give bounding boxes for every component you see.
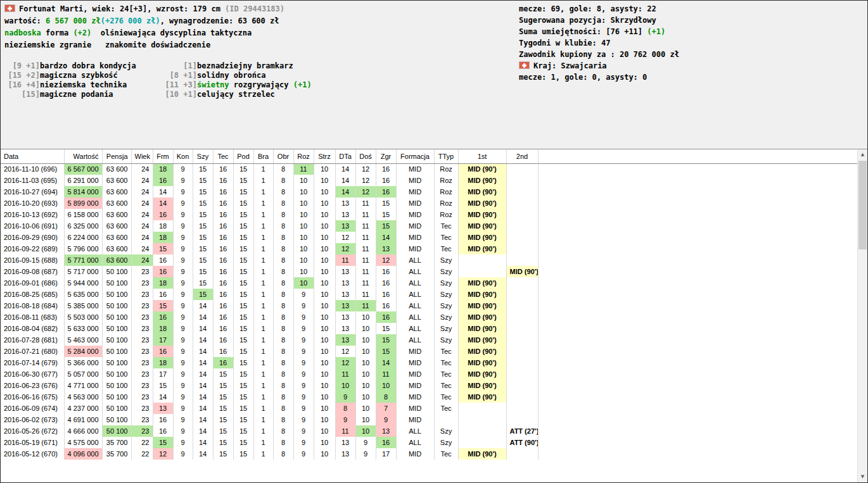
- cell-obr: 8: [273, 186, 293, 198]
- text-segment: (+1): [647, 27, 665, 36]
- cell-wiek: 23: [131, 391, 153, 403]
- cell-wiek: 23: [131, 357, 153, 368]
- cell-pod: 15: [233, 277, 253, 289]
- cell-1st: MID (90'): [458, 220, 506, 232]
- skill-level-value: [9 +1]: [4, 61, 40, 71]
- cell-tec: 15: [213, 391, 233, 403]
- cell-wiek: 22: [131, 448, 153, 460]
- cell-1st: MID (90'): [458, 277, 506, 289]
- cell-filler: [538, 311, 857, 323]
- vertical-scrollbar[interactable]: ▲ ▼: [857, 149, 867, 482]
- scrollbar-thumb[interactable]: [858, 161, 867, 249]
- text-segment: Fortunat Marti, wiek: 24[+3], wzrost: 17…: [19, 4, 225, 13]
- player-stats-panel: mecze: 69, gole: 8, asysty: 22Sugerowana…: [519, 3, 679, 83]
- cell-wartosc: 5 463 000: [64, 334, 102, 346]
- cell-wartosc: 5 366 000: [64, 357, 102, 368]
- cell-formacja: MID: [396, 448, 434, 460]
- column-header-wiek: Wiek: [131, 149, 153, 163]
- cell-roz: 10: [293, 277, 314, 289]
- cell-strz: 10: [314, 289, 335, 300]
- cell-szy: 15: [193, 175, 213, 186]
- cell-kon: 9: [173, 277, 193, 289]
- cell-pensja: 63 600: [102, 220, 131, 232]
- cell-tec: 15: [213, 414, 233, 425]
- cell-bra: 1: [253, 346, 273, 357]
- cell-2nd: [506, 391, 538, 403]
- cell-1st: [458, 266, 506, 277]
- cell-wiek: 22: [131, 437, 153, 448]
- cell-ttyp: Tec: [434, 391, 458, 403]
- history-row: 2016-08-18 (684)5 385 00050 100231591416…: [1, 300, 857, 311]
- cell-obr: 8: [273, 311, 293, 323]
- cell-formacja: MID: [396, 357, 434, 368]
- cell-kon: 9: [173, 289, 193, 300]
- cell-frm: 14: [153, 186, 173, 198]
- cell-filler: [538, 425, 857, 437]
- cell-frm: 18: [153, 163, 173, 175]
- cell-1st: MID (90'): [458, 209, 506, 220]
- cell-obr: 8: [273, 277, 293, 289]
- cell-wartosc: 4 096 000: [64, 448, 102, 460]
- cell-dos: 11: [355, 289, 376, 300]
- skill-level-value: [1]: [164, 61, 197, 71]
- cell-1st: MID (90'): [458, 357, 506, 368]
- player-stats-lines: mecze: 69, gole: 8, asysty: 22Sugerowana…: [519, 3, 679, 60]
- history-row: 2016-10-20 (693)5 899 00063 600241491516…: [1, 198, 857, 209]
- cell-wiek: 23: [131, 266, 153, 277]
- cell-pensja: 50 100: [102, 334, 131, 346]
- cell-szy: 15: [193, 198, 213, 209]
- cell-dta: 10: [335, 380, 355, 391]
- history-row: 2016-10-06 (691)6 325 00063 600241891516…: [1, 220, 857, 232]
- text-segment: solidny obrońca: [197, 71, 265, 80]
- cell-tec: 16: [213, 266, 233, 277]
- cell-frm: 18: [153, 277, 173, 289]
- cell-wiek: 23: [131, 414, 153, 425]
- text-segment: nadboska: [4, 28, 41, 37]
- cell-data: 2016-07-28 (681): [1, 334, 64, 346]
- cell-roz: 11: [293, 163, 314, 175]
- player-header-line: wartość: 6 567 000 zł(+276 000 zł), wyna…: [4, 15, 284, 27]
- cell-bra: 1: [253, 357, 273, 368]
- cell-szy: 15: [193, 254, 213, 266]
- cell-wartosc: 4 666 000: [64, 425, 102, 437]
- scrollbar-up-icon[interactable]: ▲: [858, 149, 867, 160]
- cell-dos: 10: [355, 346, 376, 357]
- cell-1st: MID (90'): [458, 334, 506, 346]
- text-segment: olśniewająca dyscyplina taktyczna: [91, 28, 252, 37]
- cell-strz: 10: [314, 448, 335, 460]
- cell-obr: 8: [273, 289, 293, 300]
- cell-filler: [538, 198, 857, 209]
- cell-kon: 9: [173, 334, 193, 346]
- cell-roz: 10: [293, 232, 314, 243]
- text-segment: , wynagrodzenie: 63 600 zł: [160, 16, 279, 25]
- cell-wartosc: 4 575 000: [64, 437, 102, 448]
- cell-data: 2016-06-23 (676): [1, 380, 64, 391]
- cell-pensja: 50 100: [102, 380, 131, 391]
- cell-ttyp: Tec: [434, 243, 458, 254]
- cell-1st: [458, 437, 506, 448]
- cell-1st: MID (90'): [458, 380, 506, 391]
- column-header-pensja: Pensja: [102, 149, 131, 163]
- cell-ttyp: Szy: [434, 334, 458, 346]
- scrollbar-down-icon[interactable]: ▼: [858, 472, 867, 482]
- text-segment: forma: [41, 28, 73, 37]
- column-header-tec: Tec: [213, 149, 233, 163]
- cell-frm: 16: [153, 254, 173, 266]
- text-segment: Zawodnik kupiony za : 20 762 000 zł: [519, 50, 679, 59]
- cell-pensja: 35 700: [102, 437, 131, 448]
- cell-bra: 1: [253, 209, 273, 220]
- cell-filler: [538, 186, 857, 198]
- cell-frm: 16: [153, 266, 173, 277]
- text-segment: magiczne podania: [40, 90, 113, 99]
- cell-dos: 12: [355, 163, 376, 175]
- player-stats-line: Zawodnik kupiony za : 20 762 000 zł: [519, 49, 679, 60]
- cell-frm: 17: [153, 368, 173, 380]
- cell-kon: 9: [173, 254, 193, 266]
- cell-obr: 8: [273, 323, 293, 334]
- history-row: 2016-08-11 (683)5 503 00050 100231691416…: [1, 311, 857, 323]
- cell-pod: 15: [233, 437, 253, 448]
- cell-szy: 14: [193, 403, 213, 414]
- cell-kon: 9: [173, 175, 193, 186]
- cell-data: 2016-07-21 (680): [1, 346, 64, 357]
- cell-formacja: MID: [396, 232, 434, 243]
